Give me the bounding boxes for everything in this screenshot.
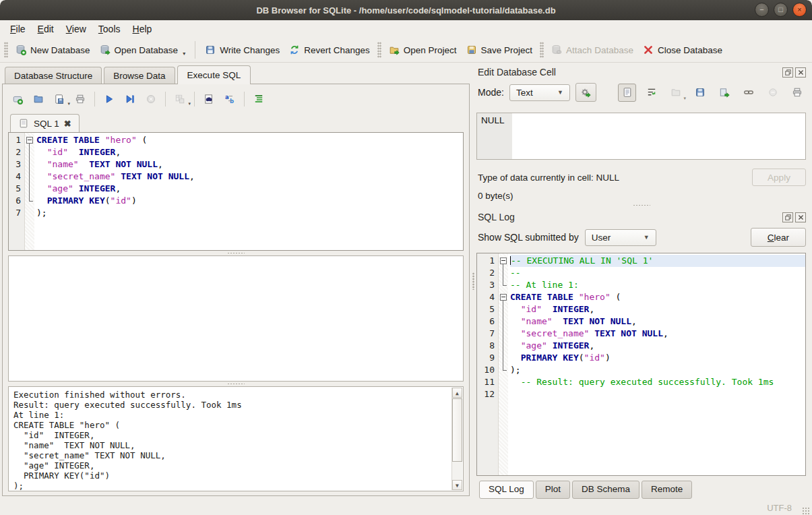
toolbar-separator bbox=[194, 92, 195, 107]
bottom-tab-sql-log[interactable]: SQL Log bbox=[479, 481, 534, 499]
save-results-button[interactable]: ▾ bbox=[173, 92, 187, 106]
new-database-button[interactable]: New Database bbox=[11, 42, 95, 58]
format-sql-button[interactable] bbox=[252, 92, 266, 106]
execute-current-line-button[interactable] bbox=[123, 92, 137, 106]
code-line: CREATE TABLE "hero" ( bbox=[510, 291, 805, 303]
revert-changes-button[interactable]: Revert Changes bbox=[284, 42, 375, 58]
chevron-down-icon: ▾ bbox=[683, 96, 686, 101]
find-replace-button[interactable]: ab bbox=[223, 92, 237, 106]
word-wrap-icon bbox=[646, 87, 657, 98]
scroll-thumb[interactable] bbox=[452, 398, 462, 462]
sql-log-title: SQL Log bbox=[478, 212, 515, 222]
chevron-down-icon[interactable]: ▾ bbox=[67, 101, 70, 107]
title-bar: DB Browser for SQLite - /home/user/code/… bbox=[0, 0, 812, 20]
results-grid[interactable] bbox=[8, 255, 464, 382]
dock-float-icon[interactable] bbox=[782, 67, 793, 78]
attach-database-button[interactable]: Attach Database bbox=[546, 42, 638, 58]
tab-database-structure[interactable]: Database Structure bbox=[5, 67, 102, 84]
write-changes-label: Write Changes bbox=[220, 45, 280, 55]
bottom-tab-remote[interactable]: Remote bbox=[642, 481, 692, 499]
sql-log-editor[interactable]: 123456789101112-- EXECUTING ALL IN 'SQL … bbox=[476, 253, 806, 476]
execute-all-icon bbox=[104, 94, 115, 104]
sql-file-tab[interactable]: SQL 1 ✖ bbox=[10, 114, 80, 132]
line-number-gutter: 123456789101112 bbox=[477, 253, 499, 475]
toolbar-drag-handle[interactable] bbox=[540, 42, 544, 58]
menu-view[interactable]: View bbox=[60, 22, 92, 36]
mode-select[interactable]: Text ▼ bbox=[509, 84, 570, 101]
message-line: "name" TEXT NOT NULL, bbox=[13, 440, 448, 450]
close-database-button[interactable]: Close Database bbox=[638, 42, 727, 58]
toolbar-drag-handle[interactable] bbox=[4, 42, 8, 58]
bottom-tab-plot[interactable]: Plot bbox=[536, 481, 570, 499]
new-database-label: New Database bbox=[30, 45, 90, 55]
open-sql-file-button[interactable] bbox=[32, 92, 45, 106]
text-mode-button[interactable] bbox=[618, 84, 636, 102]
fold-margin[interactable] bbox=[25, 133, 34, 250]
word-wrap-button[interactable] bbox=[642, 84, 660, 102]
revert-changes-icon bbox=[289, 44, 300, 55]
menu-edit[interactable]: Edit bbox=[32, 22, 60, 36]
print-sql-button[interactable] bbox=[73, 92, 87, 106]
submitted-by-select[interactable]: User ▼ bbox=[585, 229, 656, 246]
cell-value-editor[interactable]: NULL bbox=[476, 113, 806, 160]
status-bar: UTF-8 bbox=[0, 499, 812, 515]
close-icon[interactable]: × bbox=[792, 3, 807, 17]
message-line: Execution finished without errors. bbox=[13, 390, 448, 400]
find-button[interactable] bbox=[202, 92, 216, 106]
fold-margin[interactable] bbox=[499, 253, 508, 475]
new-database-icon bbox=[15, 44, 26, 55]
dock-splitter[interactable] bbox=[476, 201, 806, 209]
sql-editor[interactable]: 1234567CREATE TABLE "hero" ( "id" INTEGE… bbox=[8, 132, 464, 251]
scroll-up-icon[interactable]: ▲ bbox=[452, 388, 462, 398]
auto-apply-button[interactable] bbox=[575, 83, 596, 102]
code-line: PRIMARY KEY("id") bbox=[510, 352, 805, 364]
copy-link-button[interactable] bbox=[739, 84, 757, 102]
code-area: -- EXECUTING ALL IN 'SQL 1'---- At line … bbox=[508, 253, 805, 475]
save-results-icon bbox=[175, 94, 185, 104]
stop-execution-button[interactable] bbox=[144, 92, 158, 106]
minimize-icon[interactable]: − bbox=[755, 3, 769, 17]
open-project-button[interactable]: Open Project bbox=[384, 42, 462, 58]
open-database-button[interactable]: Open Database▾ bbox=[95, 42, 191, 58]
save-sql-file-button[interactable]: ▾ bbox=[53, 92, 66, 106]
toolbar-drag-handle[interactable] bbox=[377, 42, 381, 58]
close-database-label: Close Database bbox=[658, 45, 722, 55]
export-to-file-button[interactable] bbox=[691, 84, 709, 102]
scroll-down-icon[interactable]: ▼ bbox=[452, 480, 462, 490]
bottom-tab-bar: SQL LogPlotDB SchemaRemote bbox=[476, 476, 806, 499]
apply-button[interactable]: Apply bbox=[752, 169, 806, 186]
left-pane: Database StructureBrowse DataExecute SQL… bbox=[0, 63, 471, 499]
menu-file[interactable]: File bbox=[4, 22, 32, 36]
attach-database-label: Attach Database bbox=[566, 45, 633, 55]
splitter-handle[interactable] bbox=[8, 382, 464, 386]
execute-all-button[interactable] bbox=[102, 92, 116, 106]
open-new-sql-tab-button[interactable] bbox=[11, 92, 24, 106]
dock-close-icon[interactable] bbox=[795, 212, 806, 222]
tab-execute-sql[interactable]: Execute SQL bbox=[177, 65, 251, 84]
set-null-button[interactable] bbox=[763, 84, 782, 102]
bottom-tab-db-schema[interactable]: DB Schema bbox=[572, 481, 639, 499]
clear-button[interactable]: Clear bbox=[751, 228, 806, 247]
message-line: "age" INTEGER, bbox=[13, 460, 448, 471]
maximize-icon[interactable]: □ bbox=[774, 3, 788, 17]
chevron-down-icon[interactable]: ▾ bbox=[188, 101, 191, 107]
import-from-file-button[interactable]: ▾ bbox=[666, 84, 685, 102]
resize-grip-icon[interactable] bbox=[802, 507, 810, 515]
print-cell-button[interactable] bbox=[788, 84, 806, 102]
save-project-button[interactable]: Save Project bbox=[462, 42, 538, 58]
close-tab-icon[interactable]: ✖ bbox=[64, 119, 71, 129]
scrollbar[interactable]: ▲ ▼ bbox=[451, 388, 462, 490]
splitter-handle[interactable] bbox=[8, 251, 464, 255]
sql-file-tab-label: SQL 1 bbox=[34, 119, 59, 129]
sql-file-tab-bar: SQL 1 ✖ bbox=[8, 112, 464, 132]
chevron-down-icon[interactable]: ▾ bbox=[183, 51, 185, 57]
open-in-external-button[interactable] bbox=[715, 84, 733, 102]
dock-float-icon[interactable] bbox=[782, 212, 793, 222]
tab-browse-data[interactable]: Browse Data bbox=[104, 67, 175, 84]
set-null-icon bbox=[768, 87, 778, 98]
write-changes-button[interactable]: Write Changes bbox=[200, 42, 284, 58]
stop-execution-icon bbox=[146, 94, 156, 104]
menu-help[interactable]: Help bbox=[127, 22, 158, 36]
menu-tools[interactable]: Tools bbox=[92, 22, 127, 36]
dock-close-icon[interactable] bbox=[795, 67, 806, 78]
